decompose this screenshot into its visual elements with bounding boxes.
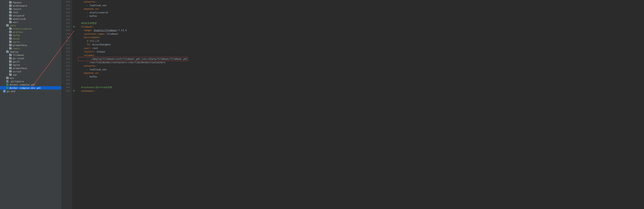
tree-item-uniqueid[interactable]: uniqueid: [0, 14, 61, 17]
file-tree-sidebar[interactable]: kqueuemiddlewareresulttooluniqueidwxmini…: [0, 0, 61, 209]
run-marker-icon[interactable]: [74, 26, 75, 27]
code-line[interactable]: [78, 78, 644, 82]
tree-item-label: deploy: [10, 50, 18, 53]
tree-arrow-icon[interactable]: [6, 57, 9, 59]
folder-icon: [6, 77, 9, 79]
tree-item-kafka[interactable]: kafka: [0, 34, 61, 37]
code-line[interactable]: depends_on:: [78, 71, 644, 75]
code-area[interactable]: networks: - looklook_net depends_on: - e…: [76, 0, 644, 209]
code-line[interactable]: - elasticsearch: [78, 11, 644, 14]
tree-item-kqueue[interactable]: kqueue: [0, 1, 61, 4]
line-number: 141: [61, 4, 70, 7]
tree-arrow-icon[interactable]: [6, 44, 9, 46]
tree-arrow-icon[interactable]: [6, 67, 9, 69]
gutter-markers: [72, 0, 76, 209]
tree-arrow-icon[interactable]: [6, 18, 9, 20]
tree-arrow-icon[interactable]: [6, 31, 9, 33]
tree-arrow-icon[interactable]: [4, 24, 6, 26]
tree-item--gitignore[interactable]: .gitignore: [0, 80, 61, 83]
tree-arrow-icon[interactable]: [6, 14, 9, 17]
tree-arrow-icon[interactable]: [6, 74, 9, 76]
tree-item-result[interactable]: result: [0, 7, 61, 10]
code-editor[interactable]: 1401411421431441451461471481491501511521…: [61, 0, 644, 209]
tree-item-elasticsearch[interactable]: elasticsearch: [0, 27, 61, 30]
tree-arrow-icon[interactable]: [6, 47, 9, 49]
code-line[interactable]: [78, 18, 644, 21]
tree-item-doc[interactable]: doc: [0, 76, 61, 80]
code-line[interactable]: - kafka: [78, 14, 644, 18]
tree-item-label: middleware: [13, 4, 27, 7]
tree-arrow-icon[interactable]: [6, 34, 9, 36]
tree-item-nginx[interactable]: nginx: [0, 40, 61, 43]
tree-arrow-icon[interactable]: [6, 41, 9, 43]
tree-arrow-icon[interactable]: [6, 37, 9, 40]
tree-item-data[interactable]: data: [0, 24, 61, 27]
tree-item-script[interactable]: script: [0, 70, 61, 73]
tree-item-prometheus[interactable]: prometheus: [0, 66, 61, 70]
tree-arrow-icon[interactable]: [6, 54, 9, 56]
code-line[interactable]: volumes:: [78, 53, 644, 57]
code-line[interactable]: TZ: Asia/Shanghai: [78, 43, 644, 46]
tree-item-filebeat[interactable]: filebeat: [0, 53, 61, 57]
code-line[interactable]: zookeeper:: [78, 89, 644, 93]
folder-icon: [6, 51, 9, 53]
code-line[interactable]: user: root: [78, 46, 644, 50]
tree-item-prometheus[interactable]: prometheus: [0, 43, 61, 47]
code-line[interactable]: # 时区上海: [78, 39, 644, 43]
tree-arrow-icon[interactable]: [6, 11, 9, 13]
tree-arrow-icon[interactable]: [6, 70, 9, 72]
tree-item-docker-compose-yml[interactable]: docker-compose.yml: [0, 83, 61, 86]
tree-arrow-icon[interactable]: [6, 27, 9, 30]
tree-arrow-icon[interactable]: [6, 64, 9, 66]
code-line[interactable]: image: elastic/filebeat:7.13.4: [78, 28, 644, 32]
tree-arrow-icon[interactable]: [6, 4, 9, 7]
run-marker-icon[interactable]: [74, 90, 75, 92]
tree-arrow-icon: [4, 87, 6, 89]
line-number: 158: [61, 64, 70, 68]
tree-arrow-icon[interactable]: [6, 60, 9, 63]
tree-item-xerr[interactable]: xerr: [0, 20, 61, 24]
tree-item-wxminisub[interactable]: wxminisub: [0, 17, 61, 20]
tree-item-go-stash[interactable]: go-stash: [0, 57, 61, 60]
code-line[interactable]: environment:: [78, 36, 644, 39]
code-line[interactable]: - ./deploy/filebeat/conf/filebeat.yml:/u…: [78, 57, 644, 61]
code-line[interactable]: - looklook_net: [78, 4, 644, 7]
tree-item-tool[interactable]: tool: [0, 10, 61, 14]
tree-arrow-icon[interactable]: [6, 8, 9, 10]
tree-item-mysql[interactable]: mysql: [0, 37, 61, 40]
code-line[interactable]: container_name: filebeat: [78, 32, 644, 36]
code-line[interactable]: - kafka: [78, 75, 644, 79]
tree-arrow-icon[interactable]: [1, 90, 3, 92]
tree-item-go-mod[interactable]: go.mod: [0, 90, 61, 93]
tree-item-nginx[interactable]: nginx: [0, 63, 61, 66]
gutter-marker-slot: [72, 89, 76, 93]
tree-arrow-icon[interactable]: [6, 1, 9, 3]
tree-item-label: result: [13, 8, 22, 10]
tree-item-docker-compose-env-yml[interactable]: docker-compose-env.yml: [0, 86, 61, 90]
tree-arrow-icon[interactable]: [4, 51, 6, 53]
code-line[interactable]: networks:: [78, 0, 644, 4]
gutter-marker-slot: [72, 28, 76, 32]
code-line[interactable]: depends_on:: [78, 7, 644, 11]
code-line[interactable]: [78, 82, 644, 86]
code-line[interactable]: - looklook_net: [78, 68, 644, 71]
tree-item-sql[interactable]: sql: [0, 73, 61, 76]
tree-arrow-icon[interactable]: [6, 21, 9, 23]
tree-item-redis[interactable]: redis: [0, 47, 61, 50]
code-line[interactable]: - /var/lib/docker/containers:/var/lib/do…: [78, 61, 644, 64]
code-line[interactable]: #收集业务数据: [78, 21, 644, 25]
code-line[interactable]: networks:: [78, 64, 644, 68]
tree-item-middleware[interactable]: middleware: [0, 4, 61, 7]
tree-item-goctl[interactable]: goctl: [0, 60, 61, 63]
code-line[interactable]: restart: always: [78, 50, 644, 53]
tree-item-deploy[interactable]: deploy: [0, 50, 61, 53]
tree-item-grafana[interactable]: grafana: [0, 30, 61, 34]
tree-arrow-icon[interactable]: [4, 77, 6, 79]
gutter-marker-slot: [72, 57, 76, 61]
code-line[interactable]: filebeat:: [78, 25, 644, 29]
folder-icon: [9, 27, 12, 30]
line-number: 164: [61, 85, 70, 89]
tree-arrow-icon: [4, 80, 6, 82]
code-line[interactable]: #zookeeper是kafka的依赖: [78, 85, 644, 89]
go-icon: [3, 90, 6, 92]
